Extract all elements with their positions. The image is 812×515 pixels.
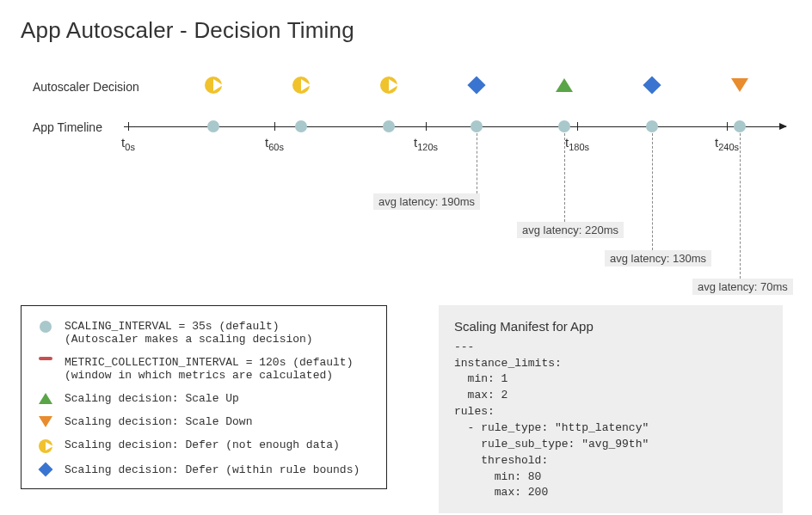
manifest-body: --- instance_limits: min: 1 max: 2 rules… <box>454 340 649 500</box>
timeline-dot <box>558 120 570 132</box>
dot-icon <box>40 321 52 333</box>
manifest-title: Scaling Manifest for App <box>454 317 767 336</box>
timeline-tick <box>727 122 728 131</box>
legend-text: Scaling decision: Defer (within rule bou… <box>65 463 360 476</box>
timeline-tick-label: t240s <box>715 135 739 152</box>
pacman-icon <box>380 77 397 94</box>
legend-row-defer-nodata: Scaling decision: Defer (not enough data… <box>37 438 371 453</box>
legend-box: SCALING_INTERVAL = 35s (default) (Autosc… <box>21 305 387 489</box>
latency-badge: avg latency: 130ms <box>605 250 711 267</box>
timeline-axis <box>124 126 786 127</box>
page-title: App Autoscaler - Decision Timing <box>21 17 791 44</box>
pacman-icon <box>205 77 222 94</box>
timeline-dot <box>295 120 307 132</box>
triangle-up-icon <box>39 393 52 404</box>
diamond-icon <box>467 76 485 94</box>
legend-text: SCALING_INTERVAL = 35s (default) <box>65 320 280 333</box>
legend-subtext: (Autoscaler makes a scaling decision) <box>65 333 313 346</box>
legend-row-metric-interval: METRIC_COLLECTION_INTERVAL = 120s (defau… <box>37 356 371 382</box>
row-label-decision: Autoscaler Decision <box>33 80 139 94</box>
legend-text: METRIC_COLLECTION_INTERVAL = 120s (defau… <box>65 356 353 369</box>
legend-row-scaling-interval: SCALING_INTERVAL = 35s (default) (Autosc… <box>37 320 371 346</box>
latency-badge: avg latency: 190ms <box>373 193 480 210</box>
legend-text: Scaling decision: Scale Up <box>65 392 239 405</box>
row-label-timeline: App Timeline <box>33 120 102 134</box>
triangle-up-icon <box>556 78 573 92</box>
triangle-down-icon <box>731 78 748 92</box>
legend-row-scale-up: Scaling decision: Scale Up <box>37 392 371 405</box>
timeline-dot <box>383 120 395 132</box>
latency-badge: avg latency: 70ms <box>692 279 793 295</box>
timing-diagram: Autoscaler Decision App Timeline t0st60s… <box>21 59 791 291</box>
triangle-down-icon <box>39 416 52 427</box>
timeline-dot <box>207 120 219 132</box>
legend-row-scale-down: Scaling decision: Scale Down <box>37 415 371 428</box>
legend-text: Scaling decision: Defer (not enough data… <box>65 438 340 451</box>
timeline-tick <box>426 122 427 131</box>
dash-icon <box>39 357 52 360</box>
timeline-tick-label: t0s <box>121 135 135 152</box>
timeline-dot <box>471 120 483 132</box>
legend-text: Scaling decision: Scale Down <box>65 415 252 428</box>
timeline-tick <box>274 122 275 131</box>
diamond-icon <box>39 463 53 477</box>
timeline-dot <box>646 120 658 132</box>
timeline-tick-label: t180s <box>565 135 589 152</box>
latency-badge: avg latency: 220ms <box>517 222 624 238</box>
diamond-icon <box>643 76 661 94</box>
timeline-tick-label: t120s <box>414 135 438 152</box>
manifest-box: Scaling Manifest for App--- instance_lim… <box>439 305 783 513</box>
dashed-line <box>652 133 653 250</box>
timeline-dot <box>734 120 746 132</box>
pacman-icon <box>39 439 52 453</box>
pacman-icon <box>292 77 310 94</box>
timeline-tick <box>577 122 578 131</box>
legend-row-defer-bounds: Scaling decision: Defer (within rule bou… <box>37 463 371 476</box>
dashed-line <box>740 133 741 279</box>
legend-subtext: (window in which metrics are calculated) <box>65 369 353 382</box>
dashed-line <box>564 133 565 222</box>
dashed-line <box>477 133 477 193</box>
timeline-tick <box>128 122 129 131</box>
timeline-tick-label: t60s <box>265 135 284 152</box>
